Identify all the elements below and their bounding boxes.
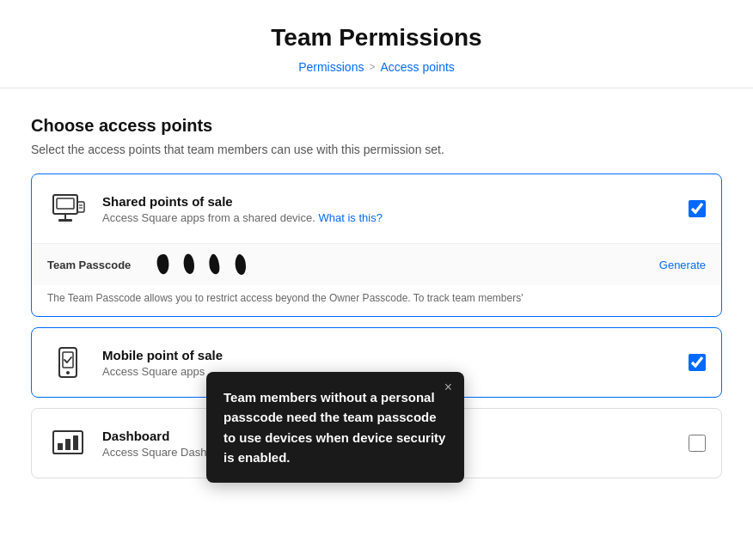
passcode-label: Team Passcode bbox=[47, 259, 142, 271]
tooltip: × Team members without a personal passco… bbox=[206, 372, 464, 483]
svg-rect-4 bbox=[77, 202, 84, 212]
shared-pos-link[interactable]: What is this? bbox=[318, 211, 382, 224]
mobile-pos-icon bbox=[47, 342, 89, 383]
tooltip-close-button[interactable]: × bbox=[444, 380, 452, 394]
svg-point-8 bbox=[66, 371, 70, 374]
passcode-digit-4 bbox=[231, 253, 252, 277]
svg-rect-14 bbox=[73, 435, 78, 450]
passcode-digit-3 bbox=[205, 253, 226, 277]
shared-pos-desc: Access Square apps from a shared device.… bbox=[102, 211, 675, 224]
shared-pos-label: Shared points of sale bbox=[102, 194, 675, 209]
svg-rect-3 bbox=[58, 219, 72, 222]
passcode-dots bbox=[154, 253, 647, 277]
mobile-pos-checkbox[interactable] bbox=[689, 354, 706, 371]
card-text-shared-pos: Shared points of sale Access Square apps… bbox=[102, 194, 675, 224]
card-shared-pos: Shared points of sale Access Square apps… bbox=[31, 173, 722, 317]
card-row-shared-pos: Shared points of sale Access Square apps… bbox=[32, 174, 721, 243]
breadcrumb-current: Access points bbox=[380, 60, 454, 74]
passcode-digit-1 bbox=[154, 253, 174, 277]
page-title: Team Permissions bbox=[0, 24, 753, 52]
section-subtitle: Select the access points that team membe… bbox=[31, 143, 722, 156]
breadcrumb-parent[interactable]: Permissions bbox=[298, 60, 364, 74]
passcode-digit-2 bbox=[180, 253, 200, 277]
section-title: Choose access points bbox=[31, 116, 722, 136]
svg-rect-13 bbox=[65, 439, 70, 450]
svg-rect-12 bbox=[58, 443, 63, 450]
mobile-pos-label: Mobile point of sale bbox=[102, 348, 675, 362]
breadcrumb: Permissions > Access points bbox=[0, 60, 753, 74]
generate-link[interactable]: Generate bbox=[659, 259, 706, 271]
breadcrumb-separator: > bbox=[369, 61, 375, 73]
dashboard-checkbox[interactable] bbox=[689, 435, 706, 452]
tooltip-text: Team members without a personal passcode… bbox=[223, 387, 447, 467]
page-header: Team Permissions Permissions > Access po… bbox=[0, 0, 753, 88]
shared-pos-checkbox[interactable] bbox=[689, 200, 706, 217]
passcode-row: Team Passcode bbox=[32, 243, 721, 285]
main-content: Choose access points Select the access p… bbox=[0, 88, 753, 516]
svg-rect-1 bbox=[57, 198, 74, 209]
passcode-hint: The Team Passcode allows you to restrict… bbox=[32, 285, 721, 316]
shared-pos-icon bbox=[47, 188, 89, 229]
dashboard-icon bbox=[47, 423, 89, 464]
